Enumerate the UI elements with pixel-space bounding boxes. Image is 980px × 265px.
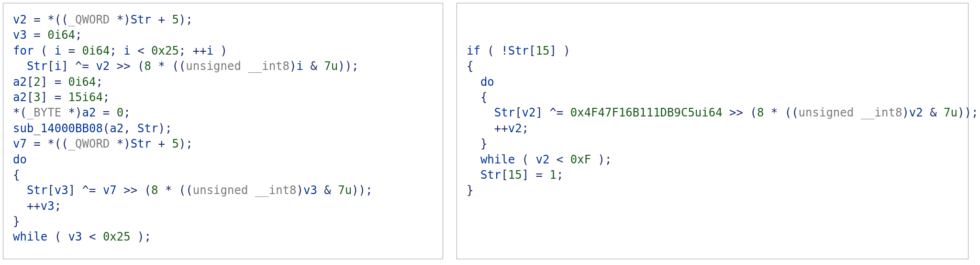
code-line: Str[i] ^= v2 >> (8 * ((unsigned __int8)i… — [13, 59, 359, 73]
code-line: a2[3] = 15i64; — [13, 91, 110, 104]
code-line: if ( !Str[15] ) — [467, 44, 570, 58]
code-line: do — [13, 153, 27, 166]
code-line: Str[v3] ^= v7 >> (8 * ((unsigned __int8)… — [13, 184, 372, 197]
code-line: v3 = 0i64; — [13, 28, 82, 42]
code-line: sub_14000BB08(a2, Str); — [13, 122, 172, 135]
code-box-left: v2 = *((_QWORD *)Str + 5); v3 = 0i64; fo… — [3, 3, 443, 259]
code-line: while ( v2 < 0xF ); — [467, 153, 612, 166]
code-line: { — [467, 59, 473, 73]
code-line: Str[v2] ^= 0x4F47F16B111DB9C5ui64 >> (8 … — [467, 106, 978, 119]
code-left: v2 = *((_QWORD *)Str + 5); v3 = 0i64; fo… — [13, 12, 433, 245]
code-line: { — [13, 168, 20, 182]
code-line: ++v2; — [467, 122, 529, 135]
code-line: ++v3; — [13, 199, 61, 213]
blank-line — [467, 12, 958, 27]
code-line: { — [467, 91, 487, 104]
code-panels: v2 = *((_QWORD *)Str + 5); v3 = 0i64; fo… — [0, 0, 980, 262]
code-box-right: if ( !Str[15] ) { do { Str[v2] ^= 0x4F47… — [457, 3, 969, 259]
code-right: if ( !Str[15] ) { do { Str[v2] ^= 0x4F47… — [467, 12, 958, 198]
code-line: } — [467, 137, 487, 150]
code-line: v7 = *((_QWORD *)Str + 5); — [13, 137, 193, 150]
code-line: Str[15] = 1; — [467, 168, 563, 182]
code-line: while ( v3 < 0x25 ); — [13, 230, 151, 243]
code-line: } — [467, 184, 473, 197]
code-line: a2[2] = 0i64; — [13, 75, 103, 89]
code-line: v2 = *((_QWORD *)Str + 5); — [13, 13, 193, 26]
code-line: for ( i = 0i64; i < 0x25; ++i ) — [13, 44, 227, 58]
code-line: *(_BYTE *)a2 = 0; — [13, 106, 131, 119]
code-line: } — [13, 215, 20, 228]
code-line: do — [467, 75, 494, 89]
blank-line — [467, 27, 958, 43]
